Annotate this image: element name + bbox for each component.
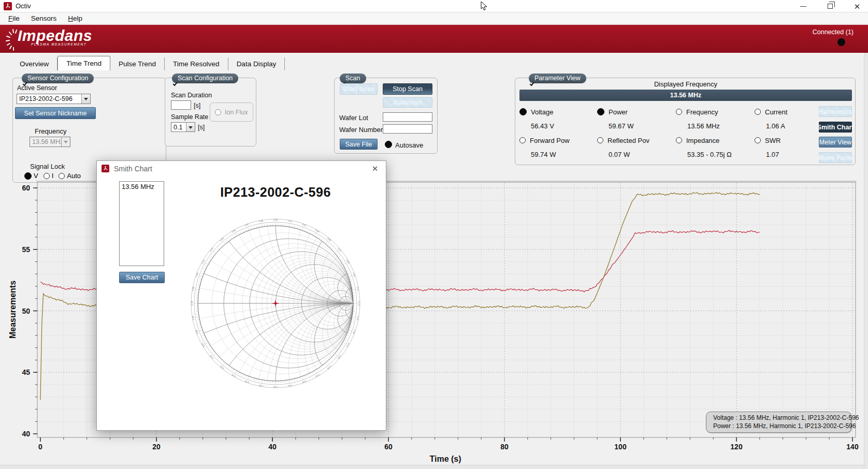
logo-subtitle: PLASMA MEASUREMENT <box>31 42 92 46</box>
button-smith-chart[interactable]: Smith Chart <box>819 122 852 133</box>
minimize-icon <box>800 6 806 7</box>
set-sensor-nickname-button[interactable]: Set Sensor Nickname <box>15 107 96 119</box>
svg-text:0.13: 0.13 <box>358 301 360 306</box>
brand-banner: Impedans PLASMA MEASUREMENT Connected (1… <box>0 25 868 53</box>
active-sensor-combobox[interactable]: IP213-2002-C-596 <box>17 94 91 104</box>
param-radio-icon[interactable] <box>597 137 603 143</box>
app-icon <box>4 2 12 10</box>
param-radio-swr[interactable]: SWR <box>755 134 816 147</box>
param-radio-icon[interactable] <box>676 109 682 115</box>
svg-text:55: 55 <box>22 245 30 254</box>
param-radio-icon[interactable] <box>676 137 682 143</box>
svg-text:0.00: 0.00 <box>273 218 278 221</box>
svg-text:60: 60 <box>384 443 393 451</box>
scan-configuration-header: Scan Configuration <box>172 74 238 83</box>
frequency-list-item[interactable]: 13.56 MHz <box>120 182 164 192</box>
param-value-current: 1.06 A <box>755 119 816 134</box>
sample-rate-combobox[interactable]: 0.1 <box>171 122 195 132</box>
frequency-listbox[interactable]: 13.56 MHz <box>119 181 164 266</box>
button-harmonics[interactable]: Harmonics <box>819 106 852 117</box>
scan-duration-label: Scan Duration <box>171 92 212 99</box>
displayed-frequency-label: Displayed Frequency <box>515 80 856 88</box>
param-value-swr: 1.07 <box>755 147 816 162</box>
scan-header: Scan <box>340 74 366 83</box>
tab-data-display[interactable]: Data Display <box>228 57 285 70</box>
svg-text:40: 40 <box>268 443 277 451</box>
save-chart-button[interactable]: Save Chart <box>119 272 165 283</box>
svg-text:0.40: 0.40 <box>195 272 199 277</box>
ion-flux-group: Ion Flux <box>210 102 253 122</box>
tab-pulse-trend[interactable]: Pulse Trend <box>110 57 165 70</box>
param-label: Impedance <box>686 137 719 144</box>
svg-text:0.38: 0.38 <box>191 301 193 305</box>
param-radio-icon[interactable] <box>519 108 527 115</box>
menu-item-sensors[interactable]: Sensors <box>26 13 62 23</box>
autosave-radio[interactable] <box>385 141 392 148</box>
svg-text:120: 120 <box>730 443 743 451</box>
param-label: SWR <box>765 137 780 144</box>
combo-arrow-icon[interactable] <box>81 94 90 104</box>
legend-entry: Power : 13.56 MHz, Harmonic 1, IP213-200… <box>711 422 847 430</box>
dialog-close-button[interactable]: ✕ <box>369 164 381 174</box>
button-meter-view[interactable]: Meter View <box>819 137 852 148</box>
param-value-frequency: 13.56 MHz <box>676 119 755 134</box>
close-button[interactable]: ✕ <box>845 0 868 12</box>
svg-text:Measurements: Measurements <box>8 281 17 339</box>
start-scan-button[interactable]: Start Scan <box>340 83 378 95</box>
scan-duration-input[interactable] <box>171 100 191 110</box>
ion-flux-radio[interactable] <box>215 109 221 115</box>
logo-burst-icon <box>4 28 20 52</box>
close-icon: ✕ <box>854 3 861 10</box>
wafer-lot-input[interactable] <box>383 112 432 122</box>
param-radio-current[interactable]: Current <box>755 105 816 119</box>
param-radio-forward-pow[interactable]: Forward Pow <box>519 134 597 147</box>
menu-item-file[interactable]: File <box>3 13 25 23</box>
restore-button[interactable] <box>818 0 842 12</box>
ion-flux-label: Ion Flux <box>225 109 248 116</box>
scan-panel: Scan Start Scan Stop Scan Autostart Wafe… <box>334 78 438 154</box>
wafer-lot-label: Wafer Lot <box>339 114 368 122</box>
param-radio-icon[interactable] <box>519 137 526 143</box>
svg-text:0.25: 0.25 <box>273 386 278 388</box>
parameter-grid: VoltagePowerFrequencyCurrent56.43 V59.67… <box>519 105 816 162</box>
svg-text:0.28: 0.28 <box>244 380 250 384</box>
minimize-button[interactable] <box>791 0 815 12</box>
param-radio-icon[interactable] <box>755 109 761 115</box>
sample-rate-value: 0.1 <box>171 124 186 131</box>
scan-duration-unit: [s] <box>194 102 200 109</box>
octiv-window: Octiv ✕ FileSensorsHelp Impedans PLASMA … <box>0 0 868 469</box>
tab-time-trend[interactable]: Time Trend <box>57 56 110 70</box>
svg-text:20: 20 <box>152 443 161 451</box>
svg-text:140: 140 <box>846 443 859 451</box>
param-value-voltage: 56.43 V <box>519 119 597 134</box>
tab-time-resolved[interactable]: Time Resolved <box>165 57 228 70</box>
button-wave-form[interactable]: Wave Form <box>819 152 852 163</box>
tab-strip: OverviewTime TrendPulse TrendTime Resolv… <box>11 56 285 70</box>
param-radio-voltage[interactable]: Voltage <box>519 105 597 119</box>
menu-item-help[interactable]: Help <box>63 13 88 23</box>
param-radio-power[interactable]: Power <box>597 105 676 119</box>
param-radio-impedance[interactable]: Impedance <box>676 134 755 147</box>
param-radio-reflected-pov[interactable]: Reflected Pov <box>597 134 676 147</box>
svg-text:0.26: 0.26 <box>258 384 263 387</box>
tab-overview[interactable]: Overview <box>11 57 57 70</box>
dialog-titlebar: Smith Chart ✕ <box>97 161 386 177</box>
param-radio-icon[interactable] <box>755 137 761 143</box>
svg-text:0.03: 0.03 <box>302 223 307 227</box>
wafer-number-input[interactable] <box>383 124 432 134</box>
param-radio-frequency[interactable]: Frequency <box>676 105 755 119</box>
param-radio-icon[interactable] <box>597 108 604 115</box>
frequency-combobox[interactable]: 13.56 MHz <box>30 137 70 147</box>
stop-scan-button[interactable]: Stop Scan <box>383 83 432 95</box>
save-file-button[interactable]: Save File <box>340 139 378 150</box>
legend-entry: Voltage : 13.56 MHz, Harmonic 1, IP213-2… <box>711 414 847 422</box>
svg-text:100: 100 <box>614 443 627 451</box>
active-sensor-label: Active Sensor <box>17 84 57 92</box>
svg-text:60: 60 <box>22 184 30 192</box>
autostart-button[interactable]: Autostart <box>383 97 432 108</box>
sensor-configuration-header: Sensor Configuration <box>22 74 94 83</box>
scan-configuration-panel: Scan Configuration Scan Duration [s] Sam… <box>165 78 256 146</box>
param-label: Voltage <box>531 108 553 116</box>
combo-arrow-icon[interactable] <box>186 123 195 131</box>
smith-chart-title: IP213-2002-C-596 <box>175 185 377 200</box>
